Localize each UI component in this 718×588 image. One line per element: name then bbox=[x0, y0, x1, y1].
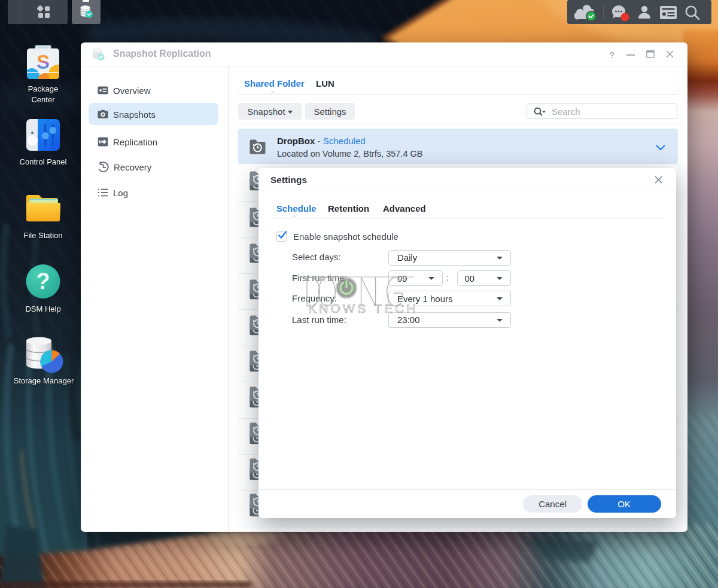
svg-text:KNOWS TECH: KNOWS TECH bbox=[308, 301, 418, 315]
svg-text:?: ? bbox=[36, 269, 50, 294]
svg-text:S: S bbox=[36, 51, 50, 73]
